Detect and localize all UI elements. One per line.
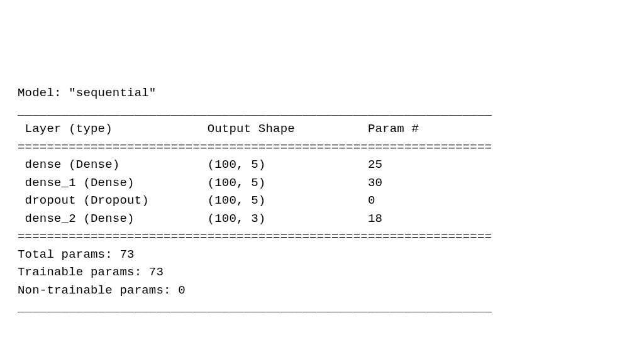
model-title: Model: "sequential": [18, 84, 626, 102]
table-row: dense_1 (Dense) (100, 5) 30: [18, 174, 626, 192]
rule-equals: ========================================…: [18, 138, 626, 157]
table-row: dropout (Dropout) (100, 5) 0: [18, 192, 626, 210]
table-header: Layer (type) Output Shape Param #: [18, 120, 626, 138]
total-params: Total params: 73: [18, 246, 626, 264]
model-summary: Model: "sequential"_____________________…: [18, 84, 626, 317]
table-row: dense (Dense) (100, 5) 25: [18, 156, 626, 174]
rule-underscore: ________________________________________…: [18, 102, 626, 121]
rule-underscore: ________________________________________…: [18, 299, 626, 317]
trainable-params: Trainable params: 73: [18, 263, 626, 282]
nontrainable-params: Non-trainable params: 0: [18, 282, 626, 300]
rule-equals: ========================================…: [18, 228, 626, 246]
table-row: dense_2 (Dense) (100, 3) 18: [18, 210, 626, 228]
